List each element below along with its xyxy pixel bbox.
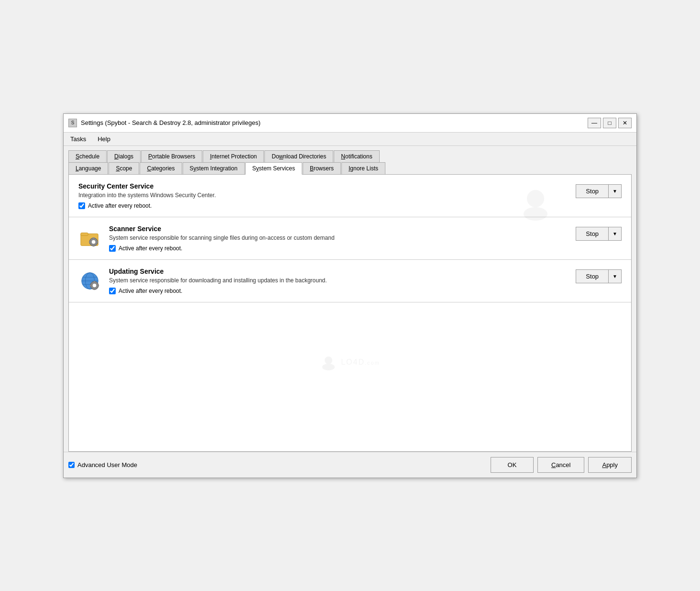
title-bar-left: S Settings (Spybot - Search & Destroy 2.… [68, 119, 261, 127]
updating-service: Updating Service System service responsi… [69, 260, 631, 302]
scanner-checkbox-row: Active after every reboot. [109, 245, 568, 252]
advanced-user-mode-label: Advanced User Mode [77, 461, 137, 468]
svg-rect-20 [97, 284, 99, 286]
tab-system-integration[interactable]: System Integration [183, 162, 245, 175]
security-center-checkbox[interactable] [78, 202, 85, 209]
scanner-stop-button[interactable]: Stop [576, 227, 609, 240]
cancel-button[interactable]: Cancel [537, 457, 584, 473]
ok-button[interactable]: OK [491, 457, 534, 473]
tabs-row-1: Schedule Dialogs Portable Browsers Inter… [68, 150, 632, 162]
tab-browsers[interactable]: Browsers [303, 162, 341, 175]
scanner-icon [78, 227, 101, 250]
bottom-left: Advanced User Mode [68, 461, 137, 468]
bottom-right: OK Cancel Apply [491, 457, 632, 473]
svg-point-16 [93, 283, 97, 287]
tab-dialogs[interactable]: Dialogs [107, 150, 141, 162]
tab-categories[interactable]: Categories [140, 162, 182, 175]
security-center-stop-button[interactable]: Stop [576, 185, 609, 198]
svg-rect-6 [93, 237, 95, 239]
tab-language[interactable]: Language [68, 162, 108, 175]
scanner-info: Scanner Service System service responsib… [109, 225, 568, 252]
maximize-button[interactable]: □ [603, 118, 616, 128]
security-center-dropdown-button[interactable]: ▼ [609, 185, 621, 198]
scanner-dropdown-button[interactable]: ▼ [609, 227, 621, 240]
tab-ignore-lists[interactable]: Ignore Lists [341, 162, 385, 175]
security-center-checkbox-row: Active after every reboot. [78, 202, 568, 209]
close-button[interactable]: ✕ [618, 118, 632, 128]
security-center-desc: Integration into the systems Windows Sec… [78, 192, 568, 199]
scanner-action: Stop ▼ [576, 225, 622, 241]
updating-checkbox-row: Active after every reboot. [109, 288, 568, 294]
title-bar: S Settings (Spybot - Search & Destroy 2.… [64, 114, 636, 133]
tabs-row-2: Language Scope Categories System Integra… [68, 162, 632, 174]
empty-area: LO4D.com [69, 302, 631, 422]
svg-rect-17 [94, 281, 96, 283]
tab-internet-protection[interactable]: Internet Protection [203, 150, 264, 162]
svg-rect-9 [96, 241, 98, 243]
tab-system-services[interactable]: System Services [245, 162, 302, 175]
updating-info: Updating Service System service responsi… [109, 268, 568, 294]
title-controls: — □ ✕ [588, 118, 632, 128]
bottom-bar: Advanced User Mode OK Cancel Apply [64, 452, 636, 478]
svg-rect-3 [81, 233, 88, 235]
tab-schedule[interactable]: Schedule [68, 150, 107, 162]
security-center-service: Security Center Service Integration into… [69, 175, 631, 217]
scanner-checkbox-label: Active after every reboot. [119, 245, 182, 252]
svg-point-22 [322, 364, 335, 370]
updating-checkbox[interactable] [109, 288, 116, 294]
svg-rect-19 [90, 284, 92, 286]
minimize-button[interactable]: — [588, 118, 601, 128]
svg-point-21 [325, 357, 332, 364]
tab-notifications[interactable]: Notifications [334, 150, 379, 162]
svg-rect-7 [93, 245, 95, 246]
help-menu[interactable]: Help [96, 134, 112, 144]
updating-action: Stop ▼ [576, 268, 622, 283]
svg-rect-8 [89, 241, 91, 243]
scanner-stop-group: Stop ▼ [576, 227, 622, 241]
app-icon: S [68, 119, 77, 127]
svg-rect-18 [94, 288, 96, 290]
tab-scope[interactable]: Scope [109, 162, 139, 175]
apply-button[interactable]: Apply [588, 457, 632, 473]
menu-bar: Tasks Help [64, 133, 636, 146]
watermark: LO4D.com [320, 354, 380, 371]
security-center-name: Security Center Service [78, 182, 568, 190]
scanner-name: Scanner Service [109, 225, 568, 233]
svg-point-5 [92, 240, 96, 244]
security-center-action: Stop ▼ [576, 182, 622, 198]
updating-stop-button[interactable]: Stop [576, 270, 609, 283]
scanner-checkbox[interactable] [109, 245, 116, 252]
updating-desc: System service responsible for downloadi… [109, 277, 568, 284]
security-center-stop-group: Stop ▼ [576, 184, 622, 198]
advanced-user-mode-checkbox[interactable] [68, 462, 75, 468]
security-center-info: Security Center Service Integration into… [78, 182, 568, 209]
scanner-desc: System service responsible for scanning … [109, 234, 568, 241]
security-center-checkbox-label: Active after every reboot. [88, 202, 152, 209]
tasks-menu[interactable]: Tasks [68, 134, 88, 144]
tabs-container: Schedule Dialogs Portable Browsers Inter… [64, 146, 636, 174]
updating-name: Updating Service [109, 268, 568, 275]
updating-stop-group: Stop ▼ [576, 269, 622, 283]
updating-dropdown-button[interactable]: ▼ [609, 270, 621, 283]
main-window: S Settings (Spybot - Search & Destroy 2.… [63, 113, 637, 478]
scanner-service: Scanner Service System service responsib… [69, 217, 631, 260]
content-area: Security Center Service Integration into… [68, 174, 632, 452]
tab-portable-browsers[interactable]: Portable Browsers [141, 150, 202, 162]
window-title: Settings (Spybot - Search & Destroy 2.8,… [81, 119, 261, 126]
tab-download-directories[interactable]: Download Directories [264, 150, 333, 162]
updating-icon [78, 269, 101, 292]
updating-checkbox-label: Active after every reboot. [119, 288, 182, 294]
